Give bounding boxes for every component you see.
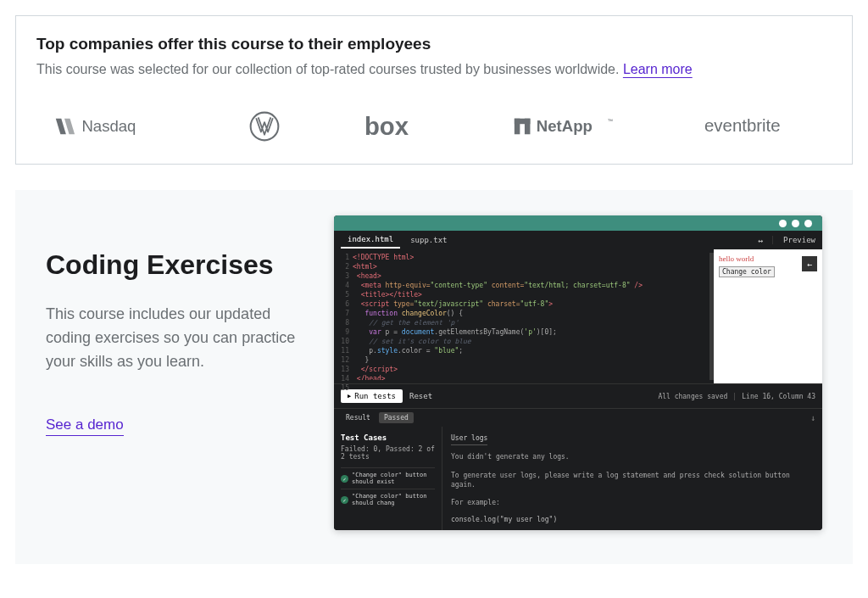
window-dot-icon bbox=[804, 220, 812, 227]
line-numbers: 123456789101112131415 bbox=[334, 253, 353, 380]
company-logos-row: Nasdaq box NetApp™ eventbrite bbox=[36, 111, 832, 142]
exercises-text-column: Coding Exercises This course includes ou… bbox=[46, 215, 309, 436]
svg-text:box: box bbox=[364, 113, 409, 140]
tab-passed[interactable]: Passed bbox=[379, 412, 414, 423]
user-logs-panel: User logs You didn't generate any logs. … bbox=[442, 427, 822, 530]
test-summary: Failed: 0, Passed: 2 of 2 tests bbox=[341, 445, 435, 461]
log-code-example: console.log("my user log") bbox=[451, 516, 814, 523]
top-companies-panel: Top companies offer this course to their… bbox=[15, 15, 853, 165]
test-item: ✓"Change color" button should exist bbox=[341, 467, 435, 489]
see-demo-link[interactable]: See a demo bbox=[46, 416, 124, 436]
reset-button[interactable]: Reset bbox=[409, 392, 432, 400]
ide-main-area: 123456789101112131415 <!DOCTYPE html> <h… bbox=[334, 249, 822, 383]
box-logo: box bbox=[364, 111, 431, 142]
svg-text:Nasdaq: Nasdaq bbox=[81, 118, 136, 136]
change-color-button[interactable]: Change color bbox=[719, 266, 775, 277]
test-cases-title: Test Cases bbox=[341, 433, 435, 442]
expand-icon[interactable]: ↔ bbox=[758, 236, 762, 245]
learn-more-link[interactable]: Learn more bbox=[623, 62, 693, 76]
svg-text:NetApp: NetApp bbox=[536, 118, 592, 136]
ide-file-tabs: index.html supp.txt ↔ Preview bbox=[334, 231, 822, 249]
coding-exercises-panel: Coding Exercises This course includes ou… bbox=[15, 190, 853, 564]
tab-preview[interactable]: Preview bbox=[772, 236, 815, 244]
log-line: To generate user logs, please write a lo… bbox=[451, 471, 814, 489]
check-icon: ✓ bbox=[341, 496, 348, 504]
svg-point-1 bbox=[250, 113, 278, 141]
ide-toolbar: Run tests Reset All changes saved Line 1… bbox=[334, 383, 822, 408]
netapp-logo: NetApp™ bbox=[513, 111, 623, 142]
save-status: All changes saved bbox=[658, 393, 727, 400]
companies-subtitle: This course was selected for our collect… bbox=[36, 60, 832, 79]
tab-index-html[interactable]: index.html bbox=[341, 232, 400, 249]
exercises-title: Coding Exercises bbox=[46, 249, 309, 281]
nasdaq-logo: Nasdaq bbox=[53, 111, 164, 142]
companies-title: Top companies offer this course to their… bbox=[36, 35, 832, 53]
ide-screenshot: index.html supp.txt ↔ Preview 1234567891… bbox=[334, 215, 822, 530]
tab-result[interactable]: Result bbox=[341, 412, 376, 423]
window-dot-icon bbox=[792, 220, 799, 227]
preview-pane: hello world Change color ← bbox=[714, 249, 822, 383]
log-line: For example: bbox=[451, 498, 814, 507]
test-item: ✓"Change color" button should chang bbox=[341, 489, 435, 510]
tab-supp-txt[interactable]: supp.txt bbox=[403, 232, 453, 248]
code-content: <!DOCTYPE html> <html> <head> <meta http… bbox=[353, 253, 709, 380]
svg-text:eventbrite: eventbrite bbox=[704, 117, 781, 136]
results-body: Test Cases Failed: 0, Passed: 2 of 2 tes… bbox=[334, 427, 822, 530]
back-arrow-icon[interactable]: ← bbox=[802, 256, 817, 271]
cursor-position: Line 16, Column 43 bbox=[734, 393, 815, 400]
eventbrite-logo: eventbrite bbox=[704, 111, 815, 142]
result-tabs: Result Passed ↓ bbox=[334, 408, 822, 427]
log-line: You didn't generate any logs. bbox=[451, 452, 814, 461]
svg-text:™: ™ bbox=[607, 119, 613, 125]
window-dot-icon bbox=[779, 220, 787, 227]
user-logs-title: User logs bbox=[451, 434, 487, 445]
collapse-icon[interactable]: ↓ bbox=[810, 413, 815, 422]
svg-rect-5 bbox=[514, 119, 530, 125]
ide-titlebar bbox=[334, 215, 822, 231]
volkswagen-logo bbox=[246, 111, 283, 142]
code-editor[interactable]: 123456789101112131415 <!DOCTYPE html> <h… bbox=[334, 249, 714, 383]
exercises-description: This course includes our updated coding … bbox=[46, 303, 300, 374]
run-tests-button[interactable]: Run tests bbox=[341, 389, 403, 403]
check-icon: ✓ bbox=[341, 475, 348, 483]
test-cases-panel: Test Cases Failed: 0, Passed: 2 of 2 tes… bbox=[334, 427, 442, 530]
